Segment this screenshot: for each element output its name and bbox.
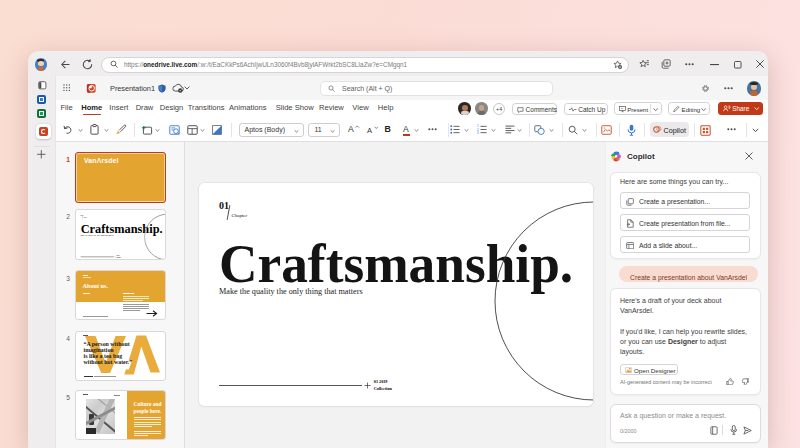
- svg-text:3: 3: [477, 131, 479, 135]
